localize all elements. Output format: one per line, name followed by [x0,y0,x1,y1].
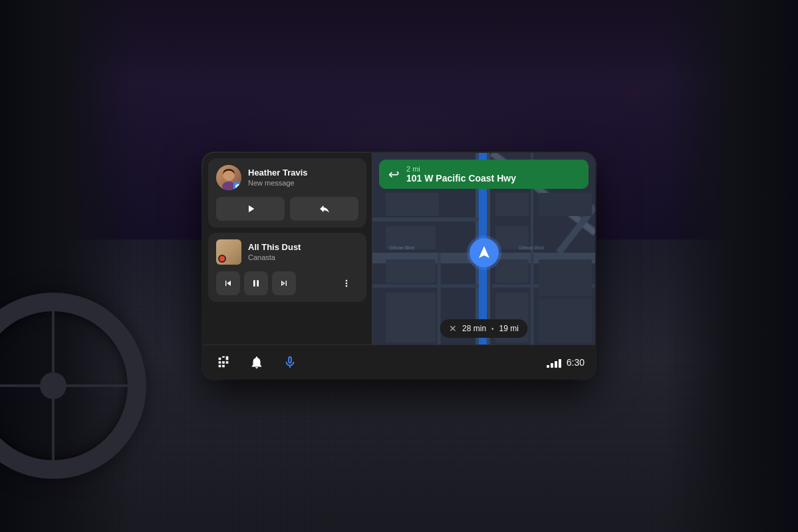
pause-button[interactable] [244,271,268,295]
message-header: Heather Travis New message [216,165,358,190]
album-art [216,239,241,265]
more-vert-icon [341,278,352,289]
android-auto-screen: Heather Travis New message [203,153,595,379]
skip-next-icon [279,278,289,289]
screen-content: Heather Travis New message [203,153,595,344]
nav-street: 101 W Pacific Coast Hwy [406,173,516,184]
notifications-button[interactable] [247,352,267,372]
nav-text: 2 mi 101 W Pacific Coast Hwy [406,165,516,184]
turn-arrow: ↩ [388,166,400,182]
svg-rect-24 [539,193,592,216]
signal-bar-1 [547,365,549,368]
svg-rect-20 [495,193,529,216]
eta-separator: • [491,325,494,332]
message-label: New message [248,178,308,188]
play-icon [245,203,257,215]
sw-center [40,372,66,399]
music-card: All This Dust Canasta [208,233,366,302]
voice-button[interactable] [280,352,300,372]
messenger-icon [235,184,241,190]
car-position-marker [469,238,499,267]
svg-rect-25 [539,259,592,296]
signal-bar-3 [555,361,557,368]
signal-strength-icon [547,357,561,368]
microphone-icon [283,355,297,370]
bell-icon [249,355,264,370]
bottom-bar: 6:30 [203,344,595,379]
close-route-button[interactable]: ✕ [449,323,457,334]
clock: 6:30 [567,357,585,368]
contact-name: Heather Travis [248,168,308,178]
sw-spoke-h [0,384,137,387]
reply-message-button[interactable] [290,197,358,221]
message-card: Heather Travis New message [208,158,366,227]
map-panel: Gilman Blvd Gilman Blvd ↩ 2 mi 101 W Pac… [372,153,595,344]
svg-rect-19 [386,293,436,342]
signal-bar-2 [551,363,553,368]
eta-time: 28 min [462,324,486,333]
nav-distance: 2 mi [406,165,516,173]
music-controls [216,271,358,295]
next-button[interactable] [272,271,296,295]
svg-rect-16 [386,193,439,216]
messenger-badge [233,182,241,190]
song-title: All This Dust [248,242,301,253]
car-circle [469,238,499,267]
more-options-button[interactable] [334,271,358,295]
eta-bar: ✕ 28 min • 19 mi [440,319,528,338]
skip-previous-icon [223,278,233,289]
avatar [216,165,241,190]
right-side-shadow [665,0,798,532]
youtube-music-badge [218,255,226,263]
bottom-icons [213,352,300,372]
apps-button[interactable] [213,352,233,372]
reply-icon [319,203,331,215]
play-message-button[interactable] [216,197,285,221]
message-text: Heather Travis New message [248,168,308,188]
artist-name: Canasta [248,253,301,262]
message-actions [216,197,358,221]
apps-grid-icon [216,355,231,370]
svg-rect-22 [495,259,529,283]
svg-rect-18 [386,259,436,283]
music-header: All This Dust Canasta [216,239,358,265]
pause-icon [251,278,261,289]
left-panel: Heather Travis New message [203,153,372,344]
svg-text:Gilman Blvd: Gilman Blvd [389,245,414,250]
svg-text:Gilman Blvd: Gilman Blvd [519,245,544,250]
music-text: All This Dust Canasta [248,242,301,262]
status-bar-right: 6:30 [547,357,585,368]
signal-bar-4 [559,359,561,368]
navigation-arrow-icon [476,245,492,261]
svg-rect-26 [539,299,592,342]
prev-button[interactable] [216,271,240,295]
nav-banner: ↩ 2 mi 101 W Pacific Coast Hwy [379,160,589,189]
eta-distance: 19 mi [499,324,519,333]
